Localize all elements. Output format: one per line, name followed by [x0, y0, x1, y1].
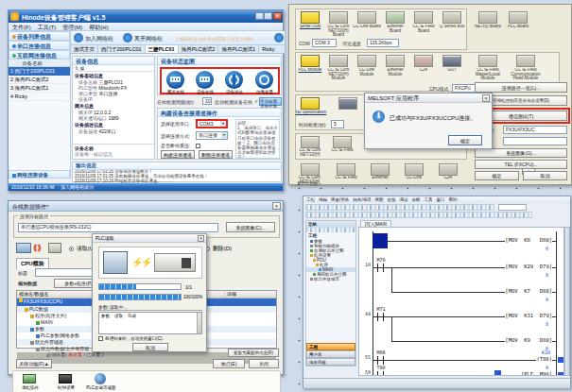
online-data-titlebar[interactable]: 在线数据操作* × [9, 201, 283, 212]
menu-convert[interactable]: 转换/编译 [353, 197, 371, 202]
module-label[interactable]: Serial USB [297, 25, 323, 29]
menu-file[interactable]: 文件(F) [12, 24, 31, 29]
prop-value[interactable]: 1989 [108, 115, 118, 121]
radio-delete[interactable]: 删除(D) [205, 245, 232, 253]
tab-hz1[interactable]: 海再PLC测试1 [218, 45, 259, 53]
menu-debug[interactable]: 调试 [400, 197, 408, 202]
cclink-module-icon[interactable] [357, 55, 376, 67]
module-label[interactable]: No Specification [295, 111, 327, 115]
module-label[interactable]: Ethernet [365, 176, 395, 180]
instruction[interactable]: PLF M99 [521, 371, 552, 376]
instruction[interactable]: MOV K7 D80 [505, 288, 552, 294]
menu-help[interactable]: 帮助(H) [89, 24, 108, 29]
ethernet-module-icon[interactable] [386, 55, 405, 67]
instruction[interactable]: MOV K9 D80 [505, 337, 552, 343]
module-label[interactable]: CC-Link Module [353, 68, 381, 77]
plc-memory-clear-icon[interactable] [95, 373, 106, 384]
multi-cclink-icon[interactable] [405, 163, 424, 176]
join-group-link[interactable]: 加入网络组 [250, 36, 273, 42]
module-label[interactable]: PLC Module [297, 68, 323, 73]
ccie-cont-board-icon[interactable] [329, 11, 348, 24]
module-label[interactable]: GOT [438, 68, 466, 73]
menu-tools[interactable]: 工具(T) [38, 24, 57, 29]
time-check-value[interactable]: 5 [331, 120, 344, 128]
device-row[interactable]: 3 海再PLC测试1 [9, 84, 70, 93]
device-row-selected[interactable]: 1 西门子200PLC01 [9, 67, 70, 76]
contact[interactable] [377, 264, 384, 272]
mode-select[interactable]: 串口连接▾ [196, 131, 228, 140]
sidebar-section-serial[interactable]: 串口连接信息 [9, 41, 70, 50]
multi-ccie-cont-icon[interactable] [301, 163, 320, 176]
no-specification-icon[interactable] [301, 97, 320, 110]
module-label[interactable]: CC-Link Board [353, 25, 381, 29]
network-globe-icon[interactable] [274, 33, 284, 43]
nav-button-connect[interactable]: 连接目标 [306, 358, 355, 366]
route-ccie-cont-icon[interactable] [301, 136, 320, 148]
module-label[interactable]: CC IE Cont NET/10(H) Module [324, 68, 353, 81]
join-group-icon[interactable] [74, 33, 83, 43]
check-icon[interactable]: ✓ [254, 98, 258, 104]
edit-cursor-cell[interactable] [373, 233, 388, 248]
module-label[interactable]: CC IE Field [331, 176, 361, 180]
related-functions-button[interactable]: 关联功能(F)▲ [16, 359, 52, 368]
timer-coil[interactable]: (T80) [536, 356, 552, 362]
ethernet-board-icon[interactable] [386, 11, 405, 24]
contact[interactable] [377, 371, 384, 376]
delete-channel-button[interactable]: 删除连接通道 [199, 150, 233, 159]
contact[interactable] [377, 356, 384, 365]
connection-path-list-button[interactable]: 连接路径一览(L)... [475, 82, 567, 93]
menu-project[interactable]: 工程 [306, 197, 315, 202]
instruction[interactable]: MOV K31 D79 [505, 313, 552, 318]
menu-find[interactable]: 搜索/替换 [331, 197, 349, 202]
menu-window[interactable]: 窗口 [437, 197, 445, 202]
tel-button[interactable]: TEL (FXCPU)... [475, 160, 567, 169]
site-link[interactable]: 上海晖科自动化科技有限公司官方网站 [174, 36, 254, 42]
clock-setting-icon[interactable] [59, 374, 72, 383]
toolbar-combo[interactable] [498, 204, 527, 211]
module-label[interactable]: CC IE Cont NET/10(H) [295, 148, 325, 157]
ccie-field-master-icon[interactable] [478, 55, 497, 67]
scrollbar[interactable] [197, 313, 201, 333]
nav-button-userlib[interactable]: 用户库 [306, 350, 355, 358]
menu-edit[interactable]: 编辑 [319, 197, 327, 202]
multi-ccie-field-icon[interactable] [337, 163, 355, 176]
close-icon[interactable]: × [482, 94, 490, 102]
toolbar-row-2[interactable] [305, 212, 532, 218]
reconnect-checkbox[interactable] [196, 144, 200, 148]
nav-item-device-memory[interactable]: 软元件存储器 [306, 277, 355, 281]
system-image-button[interactable]: 系统图像(C)... [226, 222, 275, 232]
prop-group[interactable]: 网关信息 [73, 102, 154, 110]
close-button2[interactable]: 关闭 [249, 359, 279, 368]
melsoft-ok-button[interactable]: 确定 [448, 135, 482, 145]
com-value[interactable]: COM 3 [312, 39, 337, 47]
tab-ricky[interactable]: Ricky [259, 45, 277, 53]
instruction[interactable]: MOV K29 D79 [505, 264, 552, 269]
device-row[interactable]: 2 海再PLC测试2 [9, 76, 70, 84]
menu-diagnostics[interactable]: 诊断 [412, 197, 421, 202]
ladder-canvas[interactable]: MOV K8 D80 0 10 M70 MOV K29 D79 8 MOV K7… [358, 227, 564, 376]
melsoft-dialog-titlebar[interactable]: MELSOFT 应用程序 × [365, 94, 492, 103]
c24-icon[interactable] [414, 55, 433, 67]
device-row[interactable]: 4 Ricky [9, 93, 70, 101]
route-ccie-field-icon[interactable] [333, 136, 352, 148]
qseries-bus-icon[interactable] [442, 11, 461, 24]
leave-group-icon[interactable] [123, 33, 132, 43]
module-label[interactable]: CC IE Field Master/Local Module [471, 68, 505, 81]
prop-group[interactable]: 设备基础信息 [73, 72, 154, 79]
prop-value[interactable]: 422串口 [98, 128, 115, 134]
module-label[interactable]: C24 [433, 176, 463, 180]
module-label[interactable]: CC IE Field [327, 148, 357, 153]
toolbar-row-1[interactable] [305, 204, 494, 211]
minimize-button[interactable] [255, 12, 264, 20]
hinode-titlebar[interactable]: Hinode设备管理客户端 v1.5 × [9, 10, 283, 23]
menu-view[interactable]: 视图 [375, 197, 384, 202]
refresh-button[interactable]: 更新为最新的信息(R) [228, 349, 279, 357]
sidebar-section-internet[interactable]: 互联网连接信息 [9, 50, 70, 60]
tab-home[interactable]: 测试主页 [71, 45, 98, 53]
plc-read-titlebar[interactable]: PLC读取× [93, 234, 206, 243]
module-label[interactable]: Ethernet Module [381, 68, 409, 77]
manual-detect-button[interactable]: 手动检测设备在线 [259, 97, 282, 106]
menu-online[interactable]: 在线 [388, 197, 396, 202]
remote-operation-icon[interactable] [23, 374, 36, 383]
execute-button[interactable]: 执行(E) [213, 359, 245, 368]
